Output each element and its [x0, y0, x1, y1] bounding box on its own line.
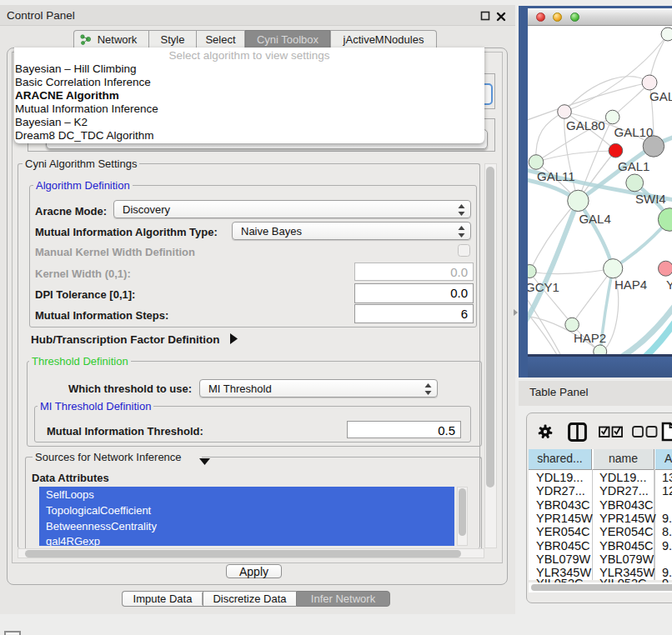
svg-text:GAL7: GAL7 — [649, 89, 672, 103]
svg-text:GAL80: GAL80 — [566, 118, 605, 132]
svg-text:GCY1: GCY1 — [528, 280, 559, 294]
svg-text:GAL1: GAL1 — [618, 159, 649, 173]
svg-text:HAP4: HAP4 — [614, 278, 647, 292]
svg-text:GAL11: GAL11 — [537, 169, 575, 183]
svg-text:Y: Y — [666, 278, 672, 292]
svg-text:HAP2: HAP2 — [574, 331, 606, 345]
svg-text:GAL10: GAL10 — [614, 125, 654, 139]
svg-text:SWI4: SWI4 — [635, 192, 666, 206]
svg-text:GAL4: GAL4 — [579, 212, 610, 226]
